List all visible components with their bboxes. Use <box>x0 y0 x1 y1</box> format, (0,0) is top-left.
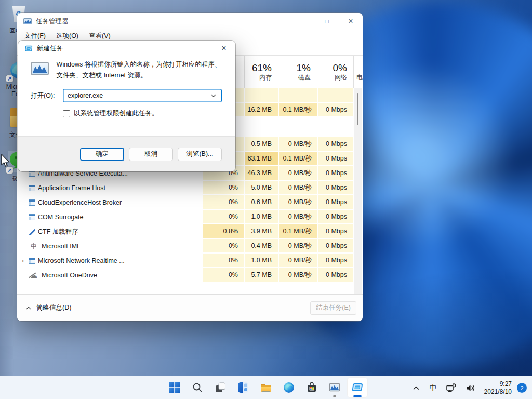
ime-indicator[interactable]: 中 <box>427 379 440 397</box>
dialog-title-bar[interactable]: 新建任务 <box>18 41 235 56</box>
memory-cell: 1.0 MB <box>244 254 278 268</box>
scrollbar-thumb[interactable] <box>357 93 358 125</box>
process-name: CTF 加载程序 <box>38 228 78 236</box>
tray-chevron-up-icon[interactable] <box>408 379 424 397</box>
memory-cell: 5.7 MB <box>244 268 278 283</box>
disk-cell <box>278 88 317 103</box>
edge-button[interactable] <box>278 377 299 398</box>
disk-cell: 0 MB/秒 <box>278 254 317 268</box>
task-manager-app-icon <box>23 17 32 25</box>
disk-cell: 0 MB/秒 <box>278 210 317 224</box>
shortcut-arrow-icon <box>6 167 13 174</box>
new-task-window-icon <box>351 381 364 394</box>
power-column-header[interactable]: 电 <box>353 56 363 88</box>
process-name-cell: Application Frame Host <box>17 181 202 195</box>
memory-cell: 3.9 MB <box>244 224 278 239</box>
process-name-cell: Microsoft OneDrive <box>17 268 202 283</box>
process-icon <box>29 200 35 206</box>
store-button[interactable] <box>301 377 322 398</box>
shortcut-arrow-icon <box>6 75 13 82</box>
network-cell: 0 Mbps <box>317 103 353 117</box>
browse-button[interactable]: 浏览(B)... <box>178 148 222 161</box>
cpu-cell: 0% <box>202 268 244 283</box>
disk-cell: 0.1 MB/秒 <box>278 224 317 239</box>
details-toggle[interactable]: 简略信息(D) <box>25 303 71 312</box>
process-row[interactable]: CloudExperienceHost Broker 0% 0.6 MB 0 M… <box>17 195 363 210</box>
process-row[interactable]: COM Surrogate 0% 1.0 MB 0 MB/秒 0 Mbps <box>17 210 363 224</box>
ok-button[interactable]: 确定 <box>80 148 124 161</box>
edge-icon <box>283 381 295 394</box>
process-icon <box>29 214 35 220</box>
details-toggle-label: 简略信息(D) <box>36 303 71 312</box>
power-label: 电 <box>356 74 363 82</box>
process-row[interactable]: Microsoft Network Realtime ... 0% 1.0 MB… <box>17 254 363 268</box>
task-view-button[interactable] <box>210 377 231 398</box>
network-column-header[interactable]: 0% 网络 <box>317 56 353 88</box>
dialog-description: Windows 将根据你所键入的名称，为你打开相应的程序、文件夹、文档或 Int… <box>57 59 222 81</box>
dialog-title: 新建任务 <box>37 44 63 53</box>
network-icon[interactable] <box>443 379 459 397</box>
memory-cell <box>244 117 278 137</box>
cpu-cell: 0% <box>202 181 244 195</box>
open-input[interactable] <box>63 92 210 99</box>
cpu-cell: 0% <box>202 254 244 268</box>
new-task-dialog-icon <box>24 44 33 52</box>
task-manager-icon <box>328 381 341 394</box>
network-cell: 0 Mbps <box>317 239 353 254</box>
task-manager-large-icon <box>31 59 49 78</box>
active-indicator <box>353 395 362 397</box>
store-icon <box>305 381 318 394</box>
status-bar: 简略信息(D) 结束任务(E) <box>17 294 363 321</box>
dialog-close-icon[interactable] <box>212 41 235 56</box>
network-total-pct: 0% <box>333 62 347 74</box>
window-title: 任务管理器 <box>36 17 69 26</box>
menu-options[interactable]: 选项(O) <box>51 32 84 41</box>
title-bar[interactable]: 任务管理器 <box>17 13 363 30</box>
network-cell: 0 Mbps <box>317 137 353 152</box>
new-task-dialog: 新建任务 Windows 将根据你所键入的名称，为你打开相应的程序、文件夹、文档… <box>18 41 235 171</box>
process-icon <box>29 185 35 191</box>
maximize-button[interactable] <box>315 13 339 30</box>
expand-chevron-icon[interactable] <box>17 254 29 268</box>
process-name: Application Frame Host <box>38 184 105 192</box>
chevron-up-icon <box>25 305 32 311</box>
network-cell <box>317 117 353 137</box>
end-task-button[interactable]: 结束任务(E) <box>310 301 356 315</box>
process-row[interactable]: Microsoft IME 0% 0.4 MB 0 MB/秒 0 Mbps <box>17 239 363 254</box>
close-button[interactable] <box>339 13 363 30</box>
memory-cell: 0.5 MB <box>244 137 278 152</box>
network-cell: 0 Mbps <box>317 210 353 224</box>
menu-file[interactable]: 文件(F) <box>19 32 51 41</box>
process-row[interactable]: Application Frame Host 0% 5.0 MB 0 MB/秒 … <box>17 181 363 195</box>
process-name: Microsoft OneDrive <box>42 272 97 279</box>
start-button[interactable] <box>164 377 185 398</box>
disk-cell: 0 MB/秒 <box>278 181 317 195</box>
disk-cell: 0 MB/秒 <box>278 166 317 181</box>
open-combobox[interactable] <box>63 89 222 102</box>
disk-column-header[interactable]: 1% 磁盘 <box>278 56 317 88</box>
network-cell: 0 Mbps <box>317 254 353 268</box>
admin-checkbox[interactable] <box>63 110 70 117</box>
process-icon <box>29 229 35 235</box>
memory-column-header[interactable]: 61% 内存 <box>244 56 278 88</box>
widgets-icon <box>237 381 249 394</box>
notification-badge[interactable]: 2 <box>517 383 527 393</box>
clock[interactable]: 9:27 2021/8/10 <box>482 380 514 396</box>
process-row[interactable]: Microsoft OneDrive 0% 5.7 MB 0 MB/秒 0 Mb… <box>17 268 363 283</box>
network-cell: 0 Mbps <box>317 195 353 210</box>
new-task-dialog-button[interactable] <box>347 377 368 398</box>
task-manager-button[interactable] <box>324 377 345 398</box>
cancel-button[interactable]: 取消 <box>129 148 173 161</box>
network-cell <box>317 88 353 103</box>
search-button[interactable] <box>187 377 208 398</box>
scrollbar-track[interactable] <box>354 88 362 294</box>
file-explorer-button[interactable] <box>256 377 276 398</box>
memory-cell: 16.2 MB <box>244 103 278 117</box>
network-cell: 0 Mbps <box>317 224 353 239</box>
minimize-button[interactable] <box>291 13 315 30</box>
widgets-button[interactable] <box>233 377 254 398</box>
process-row[interactable]: CTF 加载程序 0.8% 3.9 MB 0.1 MB/秒 0 Mbps <box>17 224 363 239</box>
combo-chevron-down-icon[interactable] <box>210 92 217 99</box>
menu-view[interactable]: 查看(V) <box>84 32 116 41</box>
volume-icon[interactable] <box>462 379 479 397</box>
